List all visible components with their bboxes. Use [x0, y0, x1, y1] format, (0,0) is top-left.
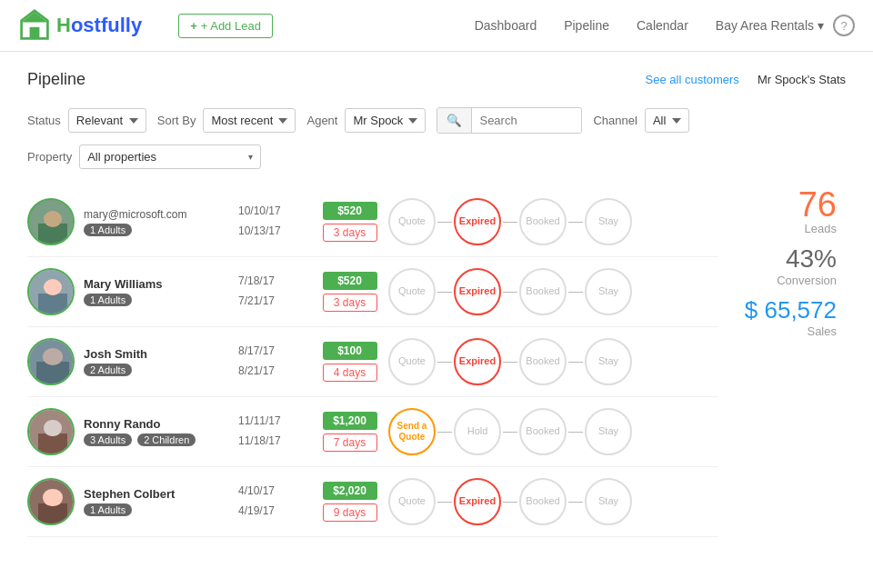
arrow-icon: —	[568, 493, 583, 510]
table-row: Ronny Rando 3 Adults 2 Children 11/11/17…	[27, 397, 718, 467]
search-input[interactable]	[472, 109, 581, 132]
nav-calendar[interactable]: Calendar	[637, 18, 688, 33]
stay-circle[interactable]: Stay	[585, 338, 632, 385]
arrow-icon: —	[568, 354, 583, 370]
days-tag: 4 days	[323, 364, 377, 382]
avatar-image	[29, 198, 73, 245]
logo-icon	[18, 9, 51, 42]
send-quote-circle[interactable]: Send a Quote	[388, 408, 436, 455]
quote-circle[interactable]: Quote	[388, 338, 436, 385]
svg-rect-6	[44, 211, 62, 227]
stats-panel: 76 Leads 43% Conversion $ 65,572 Sales	[718, 187, 846, 537]
avatar-image	[29, 478, 73, 525]
pipeline-stages: Quote — Expired — Booked — Stay	[388, 478, 718, 525]
search-button[interactable]: 🔍	[437, 108, 472, 133]
page-header: Pipeline See all customers Mr Spock's St…	[27, 70, 846, 89]
status-select[interactable]: Relevant All Active	[68, 108, 146, 133]
checkin-date: 11/11/17	[238, 412, 311, 432]
conversion-percent: 43%	[718, 244, 837, 274]
svg-rect-17	[38, 503, 67, 525]
property-select[interactable]: All properties ▾	[79, 145, 261, 169]
lead-info: mary@microsoft.com 1 Adults	[84, 208, 229, 236]
avatar-image	[29, 408, 73, 455]
adults-badge: 1 Adults	[84, 503, 132, 516]
expired-circle[interactable]: Expired	[454, 268, 501, 315]
add-lead-button[interactable]: + + Add Lead	[178, 14, 273, 38]
logo-text: Hostfully	[56, 14, 142, 37]
lead-badges: 1 Adults	[84, 294, 229, 306]
leads-and-stats: mary@microsoft.com 1 Adults 10/10/17 10/…	[27, 187, 846, 537]
stay-circle[interactable]: Stay	[585, 268, 632, 315]
stay-circle[interactable]: Stay	[585, 408, 632, 455]
adults-badge: 3 Adults	[84, 434, 132, 446]
property-label: Property	[27, 150, 72, 164]
agent-select[interactable]: Mr Spock	[345, 108, 426, 133]
chevron-down-icon: ▾	[818, 18, 824, 33]
expired-circle[interactable]: Expired	[454, 198, 501, 245]
help-button[interactable]: ?	[833, 15, 855, 36]
checkin-date: 4/10/17	[238, 482, 311, 502]
page-title: Pipeline	[27, 70, 85, 89]
avatar-image	[29, 338, 73, 385]
quote-circle[interactable]: Quote	[388, 478, 436, 525]
stay-circle[interactable]: Stay	[585, 478, 632, 525]
arrow-icon: —	[437, 493, 452, 510]
lead-badges: 2 Adults	[84, 364, 229, 376]
checkin-date: 10/10/17	[238, 202, 311, 222]
sales-amount: $ 65,572	[718, 296, 837, 324]
channel-select[interactable]: All	[645, 108, 689, 133]
lead-info: Mary Williams 1 Adults	[84, 277, 229, 306]
booked-circle[interactable]: Booked	[519, 338, 567, 385]
nav-bay-area[interactable]: Bay Area Rentals ▾	[716, 18, 824, 33]
lead-name: Mary Williams	[84, 277, 229, 291]
booked-circle[interactable]: Booked	[519, 198, 567, 245]
logo: Hostfully	[18, 9, 142, 42]
table-row: Josh Smith 2 Adults 8/17/17 8/21/17 $100…	[27, 327, 718, 397]
booked-circle[interactable]: Booked	[519, 268, 567, 315]
see-all-customers-link[interactable]: See all customers	[646, 73, 739, 86]
arrow-icon: —	[437, 284, 452, 300]
sort-label: Sort By	[157, 114, 196, 127]
expired-circle[interactable]: Expired	[454, 338, 501, 385]
avatar	[27, 198, 75, 245]
lead-info: Stephen Colbert 1 Adults	[84, 487, 229, 516]
stay-circle[interactable]: Stay	[585, 198, 632, 245]
quote-circle[interactable]: Quote	[388, 268, 436, 315]
pipeline-stages: Quote — Expired — Booked — Stay	[388, 198, 718, 245]
search-container: 🔍	[436, 107, 582, 134]
arrow-icon: —	[568, 214, 583, 230]
stage-stay: Stay	[585, 198, 632, 245]
pipeline-stages: Quote — Expired — Booked — Stay	[388, 268, 718, 315]
pipeline-stages: Quote — Expired — Booked — Stay	[388, 338, 718, 385]
lead-price-col: $100 4 days	[320, 342, 379, 382]
header: Hostfully + + Add Lead Dashboard Pipelin…	[0, 0, 873, 52]
price-tag: $1,200	[323, 412, 377, 430]
nav-dashboard[interactable]: Dashboard	[475, 18, 537, 33]
agent-label: Agent	[306, 114, 337, 127]
checkout-date: 10/13/17	[238, 222, 311, 242]
booked-circle[interactable]: Booked	[519, 408, 567, 455]
stats-link[interactable]: Mr Spock's Stats	[758, 73, 846, 86]
sort-filter-group: Sort By Most recent Oldest	[157, 108, 296, 133]
sort-select[interactable]: Most recent Oldest	[203, 108, 296, 133]
page-actions: See all customers Mr Spock's Stats	[646, 73, 846, 86]
booked-circle[interactable]: Booked	[519, 478, 567, 525]
leads-label: Leads	[718, 222, 837, 235]
agent-filter-group: Agent Mr Spock	[306, 108, 426, 133]
plus-icon: +	[190, 19, 197, 33]
quote-circle[interactable]: Quote	[388, 198, 436, 245]
main-content: Pipeline See all customers Mr Spock's St…	[0, 52, 873, 555]
expired-circle[interactable]: Expired	[454, 478, 501, 525]
days-tag: 7 days	[323, 434, 377, 452]
lead-name: Josh Smith	[84, 347, 229, 361]
lead-price-col: $1,200 7 days	[320, 412, 379, 452]
hold-circle[interactable]: Hold	[454, 408, 501, 455]
avatar	[27, 338, 75, 385]
arrow-icon: —	[437, 214, 452, 230]
nav-pipeline[interactable]: Pipeline	[564, 18, 609, 33]
svg-rect-12	[43, 348, 63, 365]
checkin-date: 7/18/17	[238, 272, 311, 292]
price-tag: $2,020	[323, 482, 377, 500]
stage-booked: Booked	[519, 198, 567, 245]
adults-badge: 2 Adults	[84, 364, 132, 376]
